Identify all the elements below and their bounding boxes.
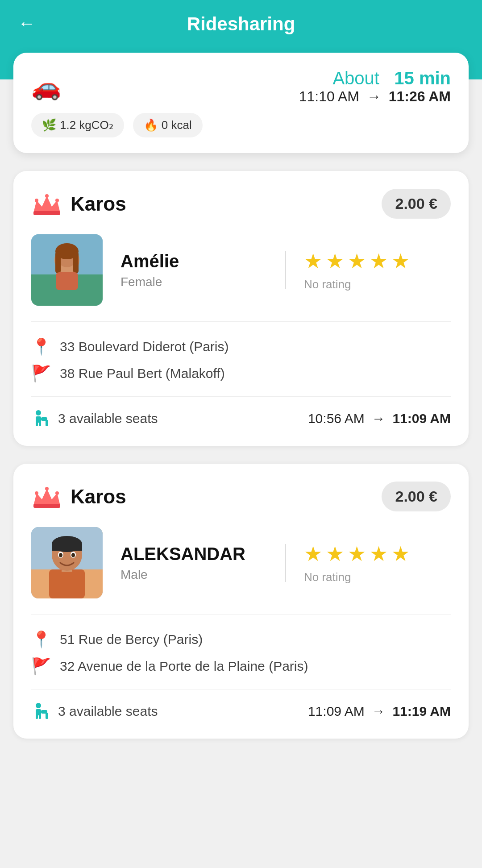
- pickup-text-2: 51 Rue de Bercy (Paris): [60, 632, 203, 647]
- flag-icon-2: 🚩: [31, 657, 50, 676]
- kcal-badge: 🔥 0 kcal: [133, 113, 203, 137]
- svg-rect-37: [36, 714, 38, 719]
- driver-photo-2: [31, 527, 103, 598]
- arrow-icon: →: [367, 88, 381, 104]
- seat-icon-2: [31, 702, 50, 721]
- time-arrow-2: →: [372, 704, 385, 718]
- driver-photo-1: [31, 234, 103, 306]
- pin-icon-2: 📍: [31, 630, 50, 649]
- duration-value: 15 min: [394, 68, 451, 88]
- route-info-2: 📍 51 Rue de Bercy (Paris) 🚩 32 Avenue de…: [31, 630, 451, 676]
- brand-1: Karos: [31, 191, 126, 216]
- pin-icon-1: 📍: [31, 337, 50, 356]
- driver-name-2: ALEKSANDAR: [120, 544, 267, 564]
- svg-point-35: [36, 703, 41, 708]
- star-1-3: ★: [348, 249, 366, 273]
- dropoff-item-1: 🚩 38 Rue Paul Bert (Malakoff): [31, 364, 451, 383]
- svg-rect-17: [39, 422, 41, 426]
- time-arrow-1: →: [372, 411, 385, 426]
- star-2-2: ★: [326, 542, 344, 566]
- driver-details-2: ALEKSANDAR Male: [103, 544, 286, 582]
- svg-rect-12: [73, 251, 79, 274]
- svg-rect-19: [46, 420, 48, 426]
- svg-point-22: [55, 491, 59, 495]
- ride-card-2[interactable]: Karos 2.00 €: [13, 464, 469, 739]
- co2-badge: 🌿 1.2 kgCO₂: [31, 113, 124, 137]
- time-info: About 15 min 11:10 AM → 11:26 AM: [299, 68, 451, 105]
- route-info-1: 📍 33 Boulevard Diderot (Paris) 🚩 38 Rue …: [31, 337, 451, 383]
- svg-point-21: [45, 487, 49, 490]
- brand-name-1: Karos: [71, 193, 126, 215]
- pickup-item-1: 📍 33 Boulevard Diderot (Paris): [31, 337, 451, 356]
- page-title: Ridesharing: [187, 13, 295, 35]
- star-1-1: ★: [304, 249, 322, 273]
- depart-from-1: 10:56 AM: [308, 411, 365, 426]
- star-1-4: ★: [370, 249, 388, 273]
- karos-crown-icon-2: [31, 484, 62, 509]
- leaf-icon: 🌿: [42, 118, 56, 132]
- duration-display: About 15 min: [299, 68, 451, 88]
- fire-icon: 🔥: [144, 118, 158, 132]
- brand-name-2: Karos: [71, 486, 126, 508]
- pickup-item-2: 📍 51 Rue de Bercy (Paris): [31, 630, 451, 649]
- summary-top: 🚗 About 15 min 11:10 AM → 11:26 AM: [31, 68, 451, 105]
- dropoff-item-2: 🚩 32 Avenue de la Porte de la Plaine (Pa…: [31, 657, 451, 676]
- ride-card-1[interactable]: Karos 2.00 €: [13, 171, 469, 446]
- star-1-2: ★: [326, 249, 344, 273]
- pickup-text-1: 33 Boulevard Diderot (Paris): [60, 339, 229, 354]
- driver-gender-2: Male: [120, 568, 267, 582]
- dropoff-text-1: 38 Rue Paul Bert (Malakoff): [60, 366, 225, 381]
- svg-rect-16: [36, 422, 38, 426]
- depart-time: 11:10 AM: [299, 88, 359, 104]
- depart-from-2: 11:09 AM: [308, 704, 365, 718]
- svg-rect-38: [39, 714, 41, 719]
- driver-info-1: Amélie Female ★ ★ ★ ★ ★ No rating: [31, 234, 451, 322]
- price-badge-1: 2.00 €: [382, 189, 451, 219]
- driver-gender-1: Female: [120, 275, 267, 289]
- driver-details-1: Amélie Female: [103, 251, 286, 289]
- star-2-5: ★: [391, 542, 410, 566]
- svg-rect-13: [56, 272, 78, 290]
- flag-icon-1: 🚩: [31, 364, 50, 383]
- svg-rect-40: [46, 713, 48, 719]
- svg-point-34: [71, 553, 75, 557]
- depart-to-2: 11:19 AM: [392, 704, 451, 718]
- card-footer-2: 3 available seats 11:09 AM → 11:19 AM: [31, 689, 451, 721]
- seat-icon-1: [31, 409, 50, 428]
- about-label: About: [332, 68, 379, 88]
- seats-text-1: 3 available seats: [58, 411, 158, 426]
- seats-info-2: 3 available seats: [31, 702, 158, 721]
- svg-point-33: [59, 553, 62, 557]
- price-badge-2: 2.00 €: [382, 482, 451, 511]
- seats-info-1: 3 available seats: [31, 409, 158, 428]
- driver-info-2: ALEKSANDAR Male ★ ★ ★ ★ ★ No rating: [31, 527, 451, 615]
- svg-rect-23: [33, 504, 60, 508]
- card-header-2: Karos 2.00 €: [31, 482, 451, 511]
- no-rating-1: No rating: [304, 278, 351, 291]
- dropoff-text-2: 32 Avenue de la Porte de la Plaine (Pari…: [60, 659, 308, 674]
- co2-value: 1.2 kgCO₂: [60, 118, 113, 132]
- time-range: 11:10 AM → 11:26 AM: [299, 88, 451, 105]
- back-button[interactable]: ←: [18, 13, 36, 33]
- departure-time-2: 11:09 AM → 11:19 AM: [308, 704, 451, 719]
- no-rating-2: No rating: [304, 570, 351, 584]
- driver-rating-1: ★ ★ ★ ★ ★ No rating: [286, 249, 451, 291]
- svg-rect-36: [36, 709, 41, 715]
- summary-badges: 🌿 1.2 kgCO₂ 🔥 0 kcal: [31, 113, 451, 137]
- card-header-1: Karos 2.00 €: [31, 189, 451, 219]
- seats-text-2: 3 available seats: [58, 704, 158, 719]
- summary-card: 🚗 About 15 min 11:10 AM → 11:26 AM 🌿 1.2…: [13, 53, 469, 153]
- depart-to-1: 11:09 AM: [392, 411, 451, 426]
- svg-point-2: [45, 194, 49, 198]
- stars-2: ★ ★ ★ ★ ★: [304, 542, 410, 566]
- card-footer-1: 3 available seats 10:56 AM → 11:09 AM: [31, 396, 451, 428]
- departure-time-1: 10:56 AM → 11:09 AM: [308, 411, 451, 426]
- driver-rating-2: ★ ★ ★ ★ ★ No rating: [286, 542, 451, 584]
- driver-name-1: Amélie: [120, 251, 267, 271]
- svg-point-14: [36, 410, 41, 415]
- star-2-4: ★: [370, 542, 388, 566]
- svg-rect-11: [55, 251, 61, 274]
- star-2-1: ★: [304, 542, 322, 566]
- brand-2: Karos: [31, 484, 126, 509]
- svg-rect-4: [33, 211, 60, 215]
